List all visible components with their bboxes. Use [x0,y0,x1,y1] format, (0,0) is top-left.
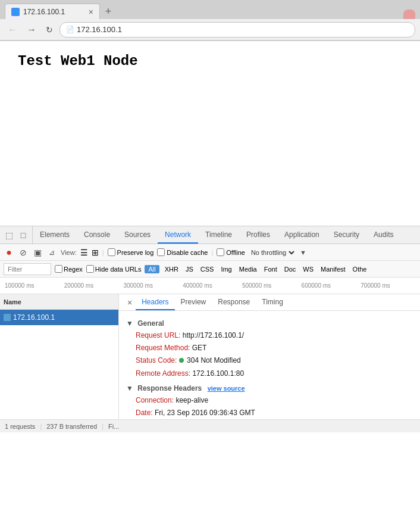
list-view-icon[interactable]: ☰ [80,248,88,257]
all-filter-button[interactable]: All [145,265,159,273]
tab-sources[interactable]: Sources [117,226,158,244]
mobile-icon[interactable]: □ [18,230,29,241]
forward-button[interactable]: → [24,23,39,36]
connection-key: Connection: [136,396,174,404]
filter-type-img[interactable]: Img [219,265,233,273]
clear-icon[interactable]: ⊘ [18,247,29,258]
name-column-header: Name [4,298,21,306]
timeline-bar: 100000 ms 200000 ms 300000 ms 400000 ms … [0,278,420,294]
disable-cache-checkbox[interactable] [157,248,165,256]
timeline-labels: 100000 ms 200000 ms 300000 ms 400000 ms … [0,282,420,289]
tab-console[interactable]: Console [77,226,117,244]
devtools-panel: ⬚ □ Elements Console Sources Network Tim… [0,226,420,432]
regex-label: Regex [64,266,83,273]
request-list-header: Name [0,294,118,310]
page-title: Test Web1 Node [18,53,402,69]
tab-audits[interactable]: Audits [366,226,400,244]
tab-close-button[interactable]: × [89,7,93,17]
date-key: Date: [136,409,153,417]
browser-chrome: 🌐 172.16.100.1 × + ← → ↻ 📄 172.16.100.1 [0,0,420,41]
preserve-log-check[interactable]: Preserve log [108,248,154,256]
header-tab-response[interactable]: Response [212,294,256,310]
record-icon[interactable]: ● [4,247,14,258]
filter-type-manifest[interactable]: Manifest [319,265,347,273]
devtools-tab-bar: ⬚ □ Elements Console Sources Network Tim… [0,226,420,244]
tab-elements[interactable]: Elements [33,226,77,244]
request-detail: ▼ General Request URL: http://172.16.100… [119,311,420,419]
header-tab-bar: × Headers Preview Response Timing [119,294,420,311]
camera-icon[interactable]: ▣ [32,247,43,258]
requests-count: 1 requests [5,423,35,430]
hide-data-urls-checkbox[interactable] [86,265,94,273]
remote-address-val: 172.16.100.1:80 [192,369,244,378]
preserve-log-checkbox[interactable] [108,248,115,256]
filter-input[interactable] [4,263,51,275]
header-tab-timing[interactable]: Timing [256,294,289,310]
status-dot [179,358,184,363]
filter-icon[interactable]: ⊿ [46,247,57,258]
offline-checkbox[interactable] [217,248,224,256]
connection-val: keep-alive [175,396,208,404]
detail-close-button[interactable]: × [124,294,136,310]
status-code-val: 304 Not Modified [187,356,241,364]
filter-type-ws[interactable]: WS [301,265,315,273]
new-tab-button[interactable]: + [100,4,117,19]
remote-address-row: Remote Address: 172.16.100.1:80 [126,368,413,379]
network-pane: Name 172.16.100.1 × Headers Preview Resp… [0,294,420,419]
filter-type-doc[interactable]: Doc [283,265,298,273]
request-list: Name 172.16.100.1 [0,294,119,419]
tree-view-icon[interactable]: ⊞ [92,248,99,257]
browser-tab[interactable]: 🌐 172.16.100.1 × [5,4,100,19]
filter-type-css[interactable]: CSS [199,265,216,273]
request-method-key: Request Method: [136,344,190,352]
timeline-label-2: 200000 ms [64,282,124,289]
header-tab-headers[interactable]: Headers [136,294,174,310]
regex-checkbox[interactable] [55,265,62,273]
favicon: 🌐 [11,8,20,16]
filter-type-other[interactable]: Othe [351,265,369,273]
preserve-log-label: Preserve log [117,249,154,256]
filter-type-xhr[interactable]: XHR [163,265,180,273]
tab-application[interactable]: Application [277,226,327,244]
regex-check[interactable]: Regex [55,265,83,273]
tab-timeline[interactable]: Timeline [198,226,239,244]
cursor-icon[interactable]: ⬚ [4,230,14,241]
response-headers-section-title: ▼ Response Headers view source [126,384,413,392]
back-button[interactable]: ← [5,23,20,36]
timeline-label-6: 600000 ms [302,282,361,289]
tab-security[interactable]: Security [327,226,366,244]
reload-button[interactable]: ↻ [43,24,56,36]
tab-profiles[interactable]: Profiles [239,226,277,244]
hide-data-urls-check[interactable]: Hide data URLs [86,265,142,273]
url-input[interactable]: 📄 172.16.100.1 [59,22,415,38]
response-headers-toggle[interactable]: ▼ [126,384,133,392]
request-url-row: Request URL: http://172.16.100.1/ [126,330,413,341]
request-method-val: GET [192,344,207,352]
filter-type-js[interactable]: JS [184,265,195,273]
offline-label: Offline [226,249,245,256]
filter-type-font[interactable]: Font [262,265,279,273]
offline-check[interactable]: Offline [217,248,245,256]
view-label: View: [61,249,77,256]
transferred-size: 237 B transferred [46,423,97,430]
timeline-label-5: 500000 ms [242,282,302,289]
tab-title: 172.16.100.1 [23,8,84,16]
header-tab-preview[interactable]: Preview [175,294,212,310]
general-toggle[interactable]: ▼ [126,319,133,328]
request-url-key: Request URL: [136,331,180,339]
throttle-arrow-icon: ▼ [300,249,306,256]
date-row: Date: Fri, 23 Sep 2016 09:36:43 GMT [126,407,413,419]
filter-type-media[interactable]: Media [237,265,259,273]
request-list-item[interactable]: 172.16.100.1 [0,310,118,325]
separator-1: | [40,423,42,430]
timeline-label-4: 400000 ms [183,282,242,289]
connection-row: Connection: keep-alive [126,395,413,406]
extra-info: Fi... [108,423,119,430]
view-source-link[interactable]: view source [208,385,245,392]
throttle-select[interactable]: No throttling [249,248,296,257]
devtools-toolbar: ● ⊘ ▣ ⊿ View: ☰ ⊞ | Preserve log Disable… [0,244,420,261]
tab-network[interactable]: Network [158,226,198,244]
disable-cache-check[interactable]: Disable cache [157,248,208,256]
url-text: 172.16.100.1 [77,25,122,34]
disable-cache-label: Disable cache [167,249,208,256]
